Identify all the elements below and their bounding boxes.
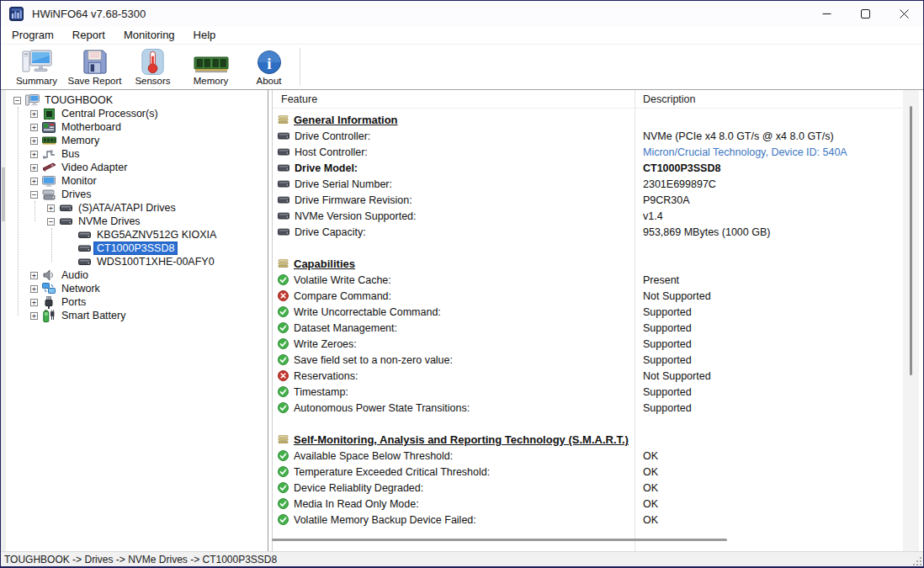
details-column-header: Feature Description (273, 90, 902, 109)
detail-row[interactable]: Reservations:Not Supported (273, 368, 902, 384)
column-header-description[interactable]: Description (636, 93, 696, 105)
tree-item-memory[interactable]: +Memory (7, 134, 268, 147)
tree-item-central-processor-s[interactable]: +Central Processor(s) (7, 107, 268, 120)
tree-item-motherboard[interactable]: +Motherboard (7, 120, 268, 134)
section-header-row[interactable]: General Information (273, 112, 902, 128)
details-panel: Feature Description General InformationD… (272, 90, 902, 551)
detail-row[interactable]: Volatile Memory Backup Device Failed:OK (273, 512, 902, 528)
detail-row[interactable]: Dataset Management:Supported (273, 320, 902, 336)
tree-item-s-ata-atapi-drives[interactable]: +(S)ATA/ATAPI Drives (7, 201, 268, 215)
detail-row[interactable]: Volatile Write Cache:Present (273, 272, 902, 288)
tree-item-label: CT1000P3SSD8 (94, 242, 177, 254)
tree-item-network[interactable]: +Network (7, 282, 268, 295)
toolbar-button-label: Sensors (135, 76, 170, 86)
tree-toggle-expand[interactable]: + (47, 204, 55, 212)
tree-toggle-collapse[interactable]: − (47, 218, 55, 226)
check-icon (278, 466, 289, 477)
horizontal-scrollbar-thumb[interactable] (272, 539, 727, 541)
toolbar-button-sensors[interactable]: Sensors (124, 45, 182, 89)
tree-item-smart-battery[interactable]: +Smart Battery (7, 309, 268, 322)
tree-toggle-expand[interactable]: + (30, 299, 38, 306)
menu-item-report[interactable]: Report (63, 27, 114, 43)
column-header-feature[interactable]: Feature (273, 93, 636, 105)
vertical-scrollbar[interactable] (903, 90, 919, 551)
tree-item-nvme-drives[interactable]: −NVMe Drives (7, 215, 268, 228)
drive-small-icon (60, 204, 72, 212)
section-title: Capabilities (294, 257, 355, 270)
toolbar-button-label: Summary (16, 76, 57, 86)
description-value: Supported (643, 386, 692, 398)
close-button[interactable] (884, 1, 923, 26)
description-value: 953,869 MBytes (1000 GB) (643, 226, 770, 238)
detail-row[interactable]: Timestamp:Supported (273, 384, 902, 400)
section-header-row[interactable]: Self-Monitoring, Analysis and Reporting … (273, 432, 902, 448)
detail-row[interactable]: Drive Firmware Revision:P9CR30A (273, 192, 902, 208)
detail-row[interactable]: Save field set to a non-zero value:Suppo… (273, 352, 902, 368)
tree-toggle-expand[interactable]: + (30, 312, 38, 320)
detail-row[interactable]: Autonomous Power State Transitions:Suppo… (273, 400, 902, 416)
hwinfo-logo-icon (9, 7, 24, 21)
menu-item-monitoring[interactable]: Monitoring (114, 27, 184, 43)
detail-row[interactable]: Drive Capacity:953,869 MBytes (1000 GB) (273, 224, 902, 240)
detail-row[interactable]: Device Reliablity Degraded:OK (273, 480, 902, 496)
tree-toggle-expand[interactable]: + (30, 178, 38, 185)
title-bar[interactable]: HWiNFO64 v7.68-5300 (1, 1, 923, 26)
tree-item-monitor[interactable]: +Monitor (7, 174, 268, 188)
tree-item-wds100t1xhe-00afy0[interactable]: WDS100T1XHE-00AFY0 (7, 255, 268, 268)
tree-item-ports[interactable]: +Ports (7, 295, 268, 309)
feature-label: Write Zeroes: (294, 338, 357, 350)
section-header-row[interactable]: Capabilities (273, 256, 902, 272)
toolbar-button-summary[interactable]: Summary (8, 45, 66, 89)
left-scrollbar-thumb[interactable] (2, 167, 5, 221)
vertical-scrollbar-thumb[interactable] (910, 106, 912, 375)
tree-item-video-adapter[interactable]: +Video Adapter (7, 161, 268, 174)
toolbar-button-about[interactable]: iAbout (240, 45, 298, 89)
check-icon (278, 274, 289, 285)
tree-toggle-expand[interactable]: + (30, 110, 38, 118)
tree-toggle-collapse[interactable]: − (30, 191, 38, 199)
tree-item-toughbook[interactable]: −TOUGHBOOK (7, 93, 268, 107)
tree-toggle-expand[interactable]: + (30, 272, 38, 279)
resize-grip-icon[interactable] (911, 555, 922, 566)
detail-row[interactable]: NVMe Version Supported:v1.4 (273, 208, 902, 224)
detail-row[interactable]: Drive Controller:NVMe (PCIe x4 8.0 GT/s … (273, 128, 902, 144)
tree-toggle-expand[interactable]: + (30, 151, 38, 158)
description-value: Not Supported (643, 290, 711, 302)
toolbar-button-memory[interactable]: Memory (182, 45, 240, 89)
tree-item-ct1000p3ssd8[interactable]: CT1000P3SSD8 (7, 242, 268, 255)
menu-item-help[interactable]: Help (184, 27, 226, 43)
detail-row[interactable]: Write Zeroes:Supported (273, 336, 902, 352)
menu-item-program[interactable]: Program (3, 27, 63, 43)
detail-row[interactable]: Drive Serial Number:2301E699897C (273, 176, 902, 192)
tree-toggle-expand[interactable]: + (30, 124, 38, 131)
tree-item-audio[interactable]: +Audio (7, 268, 268, 282)
tree-toggle-expand[interactable]: + (30, 285, 38, 293)
detail-row[interactable]: Write Uncorrectable Command:Supported (273, 304, 902, 320)
feature-label: Timestamp: (294, 386, 348, 398)
tree-toggle-collapse[interactable]: − (13, 97, 21, 104)
tree-item-drives[interactable]: −Drives (7, 188, 268, 201)
detail-row[interactable]: Drive Model:CT1000P3SSD8 (273, 160, 902, 176)
toolbar-button-save-report[interactable]: Save Report (66, 45, 124, 89)
detail-row[interactable]: Media In Read Only Mode:OK (273, 496, 902, 512)
detail-row[interactable]: Temperature Exceeded Critical Threshold:… (273, 464, 902, 480)
tree-item-bus[interactable]: +Bus (7, 147, 268, 161)
description-value: Supported (643, 338, 692, 350)
description-value: OK (643, 450, 658, 462)
detail-row[interactable]: Host Controller:Micron/Crucial Technolog… (273, 144, 902, 160)
check-icon (278, 386, 289, 397)
minimize-button[interactable] (807, 1, 846, 26)
left-scrollbar[interactable] (1, 90, 6, 551)
detail-row[interactable]: Compare Command:Not Supported (273, 288, 902, 304)
maximize-button[interactable] (846, 1, 884, 26)
feature-label: Reservations: (294, 370, 358, 382)
menu-bar: ProgramReportMonitoringHelp (1, 26, 923, 45)
tree-item-kbg5aznv512g-kioxia[interactable]: KBG5AZNV512G KIOXIA (7, 228, 268, 242)
tree-toggle-expand[interactable]: + (30, 137, 38, 145)
description-value: CT1000P3SSD8 (643, 162, 720, 174)
tree-toggle-expand[interactable]: + (30, 164, 38, 172)
battery-icon (43, 310, 56, 322)
close-icon (900, 9, 909, 19)
detail-row[interactable]: Available Space Below Threshold:OK (273, 448, 902, 464)
tree-item-label: TOUGHBOOK (42, 94, 115, 106)
